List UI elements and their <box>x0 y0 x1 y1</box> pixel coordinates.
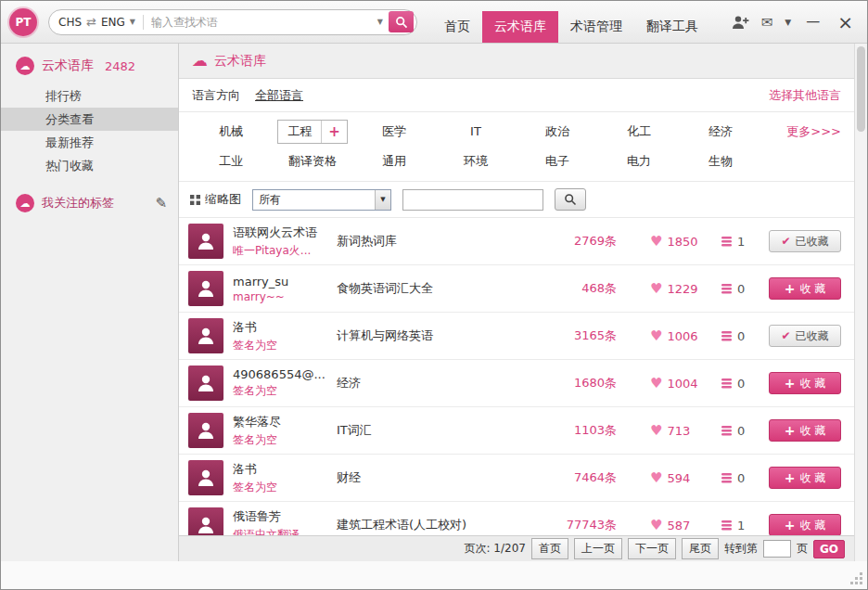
category-translation-qualification[interactable]: 翻译资格 <box>272 149 353 173</box>
table-row[interactable]: 洛书 签名为空 财经 7464条 ♥ 594 0 <box>179 455 854 502</box>
category-it[interactable]: IT <box>435 120 517 144</box>
close-button[interactable]: × <box>835 13 856 32</box>
all-languages-filter[interactable]: 全部语言 <box>255 87 303 104</box>
category-industry[interactable]: 工业 <box>190 149 272 173</box>
language-pair-selector[interactable]: CHS ⇄ ENG ▼ <box>58 15 135 29</box>
table-row[interactable]: 俄语鲁芳 俄语中文翻译 建筑工程术语(人工校对) 77743条 ♥ 587 1 <box>179 502 854 535</box>
user-info: 繁华落尽 签名为空 <box>233 414 329 448</box>
search-icon <box>395 16 408 29</box>
category-medicine[interactable]: 医学 <box>353 120 435 144</box>
term-count: 3165条 <box>539 327 617 344</box>
add-category-icon[interactable]: + <box>321 121 347 143</box>
category-chemical[interactable]: 化工 <box>598 120 680 144</box>
minimize-button[interactable]: — <box>803 15 823 29</box>
collections-count: 1 <box>737 519 745 532</box>
plus-icon: + <box>785 377 796 390</box>
topbar-right-controls: ✉ ▼ — × <box>731 13 867 32</box>
sidebar-item-hot-favorites[interactable]: 热门收藏 <box>1 154 178 177</box>
cloud-icon: ☁ <box>192 53 208 69</box>
category-general[interactable]: 通用 <box>353 149 435 173</box>
likes: ♥ 587 <box>650 519 721 532</box>
sidebar-tags-header[interactable]: ☁ 我关注的标签 ✎ <box>1 190 178 212</box>
collected-button[interactable]: ✔ 已收藏 <box>769 230 841 252</box>
table-row[interactable]: 语联网火云术语 唯一Pitaya火... 新词热词库 2769条 ♥ 1850 … <box>179 218 854 265</box>
cloud-icon: ☁ <box>16 57 34 75</box>
edit-tags-icon[interactable]: ✎ <box>155 195 167 212</box>
category-economy[interactable]: 经济 <box>680 120 761 144</box>
list-search-input[interactable] <box>402 189 543 211</box>
user-info: 洛书 签名为空 <box>233 461 329 495</box>
last-page-button[interactable]: 尾页 <box>682 538 719 559</box>
term-search-input[interactable] <box>151 16 377 29</box>
table-row[interactable]: 洛书 签名为空 计算机与网络英语 3165条 ♥ 1006 0 <box>179 313 854 360</box>
scrollbar[interactable] <box>854 44 867 561</box>
term-count: 77743条 <box>539 517 617 533</box>
go-button[interactable]: GO <box>813 540 845 558</box>
nav-term-management[interactable]: 术语管理 <box>558 11 634 43</box>
category-politics[interactable]: 政治 <box>517 120 598 144</box>
cloud-glyph: ☁ <box>20 198 31 210</box>
more-categories-link[interactable]: 更多>>> <box>761 120 843 144</box>
collect-button[interactable]: + 收 藏 <box>769 277 841 300</box>
likes: ♥ 713 <box>650 424 721 438</box>
term-count: 1680条 <box>539 375 617 391</box>
nav-translation-tools[interactable]: 翻译工具 <box>634 11 710 43</box>
collect-button-label: 收 藏 <box>799 470 825 486</box>
plus-icon: + <box>785 282 796 295</box>
term-count: 2769条 <box>539 233 617 250</box>
menu-caret-icon[interactable]: ▼ <box>785 18 791 27</box>
search-button[interactable] <box>389 11 414 32</box>
search-history-caret-icon[interactable]: ▼ <box>377 18 383 26</box>
likes: ♥ 1229 <box>650 282 721 296</box>
collections: 0 <box>721 282 769 296</box>
statusbar <box>1 561 867 589</box>
category-electronics[interactable]: 电子 <box>517 149 598 173</box>
category-environment[interactable]: 环境 <box>435 149 517 173</box>
list-search-button[interactable] <box>555 188 586 211</box>
choose-other-language-link[interactable]: 选择其他语言 <box>769 87 841 104</box>
collect-button[interactable]: + 收 藏 <box>769 372 841 394</box>
nav-cloud-termbase[interactable]: 云术语库 <box>482 11 558 43</box>
prev-page-button[interactable]: 上一页 <box>574 538 622 559</box>
first-page-button[interactable]: 首页 <box>531 538 568 559</box>
collect-button-label: 收 藏 <box>799 518 825 533</box>
category-biology[interactable]: 生物 <box>680 149 761 173</box>
check-icon: ✔ <box>781 236 790 247</box>
table-row[interactable]: 繁华落尽 签名为空 IT词汇 1103条 ♥ 713 0 <box>179 407 854 455</box>
library-name: 计算机与网络英语 <box>329 327 539 344</box>
add-contact-icon[interactable] <box>731 15 749 30</box>
mail-icon[interactable]: ✉ <box>761 14 773 31</box>
collections: 0 <box>721 424 769 438</box>
likes: ♥ 594 <box>650 471 721 485</box>
category-machinery[interactable]: 机械 <box>190 120 272 144</box>
library-name: 新词热词库 <box>329 233 539 250</box>
avatar <box>188 224 223 259</box>
category-electric-power[interactable]: 电力 <box>598 149 680 173</box>
sidebar-item-category-view[interactable]: 分类查看 <box>1 108 178 131</box>
next-page-button[interactable]: 下一页 <box>628 538 676 559</box>
collect-button[interactable]: + 收 藏 <box>769 514 841 535</box>
sidebar-library-header[interactable]: ☁ 云术语库 2482 <box>1 53 178 84</box>
goto-page-input[interactable] <box>763 540 791 558</box>
collected-button[interactable]: ✔ 已收藏 <box>769 325 841 347</box>
filter-dropdown[interactable]: 所有 ▼ <box>252 189 391 211</box>
table-row[interactable]: 490686554@... 签名为空 经济 1680条 ♥ 1004 0 <box>179 360 854 407</box>
scrollbar-thumb[interactable] <box>857 46 865 132</box>
category-engineering-selected[interactable]: 工程 + <box>272 120 353 144</box>
chevron-down-icon: ▼ <box>375 190 390 210</box>
collect-button[interactable]: + 收 藏 <box>769 467 841 489</box>
plus-icon: + <box>785 519 796 532</box>
language-direction-label: 语言方向 <box>192 87 240 104</box>
resize-grip[interactable] <box>849 571 862 584</box>
stack-icon <box>721 378 733 389</box>
collections-count: 0 <box>737 424 745 438</box>
selected-category-label: 工程 <box>278 121 321 143</box>
table-row[interactable]: marry_su marry~~ 食物英语词汇大全 468条 ♥ 1229 0 <box>179 265 854 313</box>
plus-icon: + <box>785 471 796 484</box>
collect-button[interactable]: + 收 藏 <box>769 419 841 442</box>
sidebar-item-latest-recommended[interactable]: 最新推荐 <box>1 131 178 154</box>
sidebar-item-rankings[interactable]: 排行榜 <box>1 84 178 108</box>
thumbnail-view-toggle[interactable]: 缩略图 <box>190 191 241 208</box>
nav-home[interactable]: 首页 <box>432 11 482 43</box>
likes-count: 1229 <box>667 282 697 296</box>
